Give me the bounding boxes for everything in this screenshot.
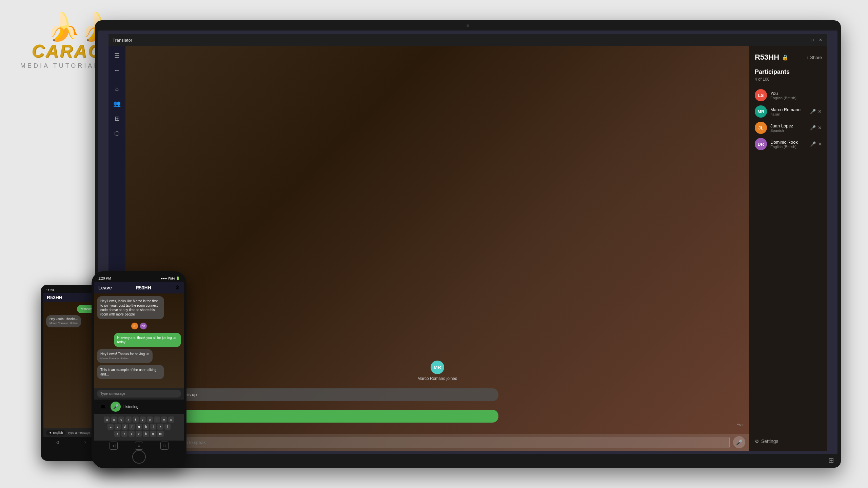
participant-avatar-you: LS <box>755 89 767 101</box>
join-avatar: MR <box>431 361 444 374</box>
share-icon: ↑ <box>807 55 809 60</box>
ios-nav-bar: Leave R53HH ⚙ <box>94 282 184 293</box>
mic-record-button[interactable]: 🎤 <box>111 402 121 412</box>
key-e[interactable]: e <box>118 416 124 423</box>
participant-name-marco: Marco Romano <box>770 107 807 112</box>
ios-phone: 1:29 PM ●●● WiFi 🔋 Leave R53HH ⚙ Hey Lew… <box>92 271 186 468</box>
participant-item-dominic: DR Dominic Rook English (British) 🎤 ✕ <box>755 136 822 152</box>
participant-info-you: You English (British) <box>770 91 822 100</box>
key-j[interactable]: j <box>150 424 156 430</box>
chat-input[interactable] <box>130 437 730 448</box>
android-back-button[interactable]: ◁ <box>54 439 61 446</box>
key-o[interactable]: o <box>161 416 167 423</box>
participant-name-dominic: Dominic Rook <box>770 140 807 145</box>
ios-join-avatar-purple: DR <box>140 323 147 329</box>
group-icon[interactable]: 👥 <box>111 98 123 110</box>
key-k[interactable]: k <box>157 424 163 430</box>
participants-title: Participants <box>755 68 822 76</box>
ios-chat-messages: Hey Lewis, looks like Marco is the first… <box>94 293 184 388</box>
chat-area: MR Marco Romano joined John, thanks for … <box>125 46 749 451</box>
key-f[interactable]: f <box>129 424 135 430</box>
participant-avatar-juan: JL <box>755 122 767 134</box>
ios-input-field[interactable]: Type a message <box>97 390 181 398</box>
ios-back-button[interactable]: ◁ <box>110 442 118 450</box>
key-z[interactable]: z <box>114 431 120 437</box>
participant-controls-dominic: 🎤 ✕ <box>810 141 822 147</box>
key-d[interactable]: d <box>122 424 128 430</box>
cube-icon[interactable]: ⬡ <box>111 127 123 140</box>
mic-icon-dominic[interactable]: 🎤 <box>810 141 816 147</box>
ios-time: 1:29 PM <box>98 277 111 280</box>
title-bar: Translator – □ ✕ <box>108 34 827 46</box>
share-button[interactable]: ↑ Share <box>807 55 822 60</box>
key-n[interactable]: n <box>150 431 156 437</box>
title-bar-controls: – □ ✕ <box>802 37 823 43</box>
participant-controls-juan: 🎤 ✕ <box>810 125 822 130</box>
app-window: Translator – □ ✕ ☰ ← ⌂ 👥 ⊞ ⬡ <box>108 34 827 451</box>
key-m[interactable]: m <box>157 431 164 437</box>
key-y[interactable]: y <box>140 416 146 423</box>
close-icon-dominic[interactable]: ✕ <box>818 141 822 147</box>
key-v[interactable]: v <box>136 431 142 437</box>
participants-count: 4 of 100 <box>755 77 822 82</box>
key-t[interactable]: t <box>133 416 139 423</box>
translate-icon[interactable]: ⊞ <box>111 113 123 125</box>
key-s[interactable]: s <box>115 424 121 430</box>
chat-input-bar: 🎤 <box>125 434 749 451</box>
key-r[interactable]: r <box>125 416 132 423</box>
menu-icon[interactable]: ☰ <box>111 49 123 62</box>
key-c[interactable]: c <box>129 431 135 437</box>
key-h[interactable]: h <box>143 424 149 430</box>
close-icon-juan[interactable]: ✕ <box>818 125 822 130</box>
ios-keyboard: q w e r t y u i o p a s d f g h <box>94 414 184 441</box>
participant-lang-you: English (British) <box>770 96 822 100</box>
mic-icon-juan[interactable]: 🎤 <box>810 125 816 130</box>
back-button[interactable]: ← <box>111 64 123 77</box>
ios-home-btn-bar[interactable]: ○ <box>135 442 143 450</box>
ios-bubble-2: Hi everyone, thank you all for joining u… <box>114 333 181 347</box>
settings-button[interactable]: ⚙ Settings <box>755 439 822 444</box>
mic-button[interactable]: 🎤 <box>733 436 745 448</box>
android-home-button[interactable]: ○ <box>81 439 88 446</box>
ios-settings-icon[interactable]: ⚙ <box>175 284 180 291</box>
stop-button[interactable]: ⏹ <box>98 402 108 411</box>
key-u[interactable]: u <box>147 416 153 423</box>
participant-name-you: You <box>770 91 822 96</box>
ios-input-area: Type a message <box>94 388 184 400</box>
key-a[interactable]: a <box>107 424 114 430</box>
android-lang-select[interactable]: ▼ English <box>46 430 65 435</box>
key-b[interactable]: b <box>143 431 149 437</box>
participant-lang-dominic: English (British) <box>770 145 807 149</box>
join-notification: MR Marco Romano joined <box>132 361 743 381</box>
maximize-button[interactable]: □ <box>810 37 815 43</box>
key-p[interactable]: p <box>168 416 174 423</box>
windows-button[interactable]: ⊞ <box>828 456 834 464</box>
minimize-button[interactable]: – <box>802 37 807 43</box>
key-i[interactable]: i <box>154 416 160 423</box>
participant-info-dominic: Dominic Rook English (British) <box>770 140 807 149</box>
key-g[interactable]: g <box>136 424 142 430</box>
right-panel: R53HH 🔒 ↑ Share Participants 4 of 100 LS <box>749 46 827 451</box>
key-w[interactable]: w <box>111 416 117 423</box>
participant-lang-juan: Spanish <box>770 128 807 133</box>
home-icon[interactable]: ⌂ <box>111 83 123 95</box>
lock-icon: 🔒 <box>782 54 789 61</box>
message-meta-received: Richard · Italian <box>132 402 743 406</box>
chevron-down-icon: ▼ <box>49 431 52 434</box>
table-row: John, thanks for setting this up Richard… <box>132 388 743 406</box>
mic-icon-marco[interactable]: 🎤 <box>810 109 816 114</box>
listening-indicator: ⏹ 🎤 Listening... <box>94 400 184 414</box>
ios-home-button[interactable] <box>132 450 146 464</box>
close-button[interactable]: ✕ <box>818 37 823 43</box>
ios-recent-btn[interactable]: □ <box>160 442 169 450</box>
key-q[interactable]: q <box>104 416 110 423</box>
ios-screen: 1:29 PM ●●● WiFi 🔋 Leave R53HH ⚙ Hey Lew… <box>94 275 184 451</box>
participant-info-juan: Juan Lopez Spanish <box>770 123 807 133</box>
ios-signal-icons: ●●● WiFi 🔋 <box>161 277 180 280</box>
key-l[interactable]: l <box>164 424 171 430</box>
participant-avatar-marco: MR <box>755 105 767 118</box>
ios-leave-button[interactable]: Leave <box>98 285 112 290</box>
ios-bubble-1: Hey Lewis, looks like Marco is the first… <box>97 296 164 319</box>
close-icon-marco[interactable]: ✕ <box>818 109 822 114</box>
key-x[interactable]: x <box>121 431 127 437</box>
